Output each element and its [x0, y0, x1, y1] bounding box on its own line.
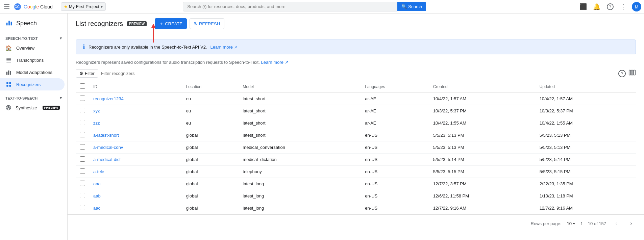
rows-per-page-label: Rows per page: [531, 221, 562, 226]
svg-rect-10 [10, 71, 11, 75]
recognizer-link-6[interactable]: a-tele [93, 169, 104, 174]
cell-created-0: 10/4/22, 1:57 AM [429, 93, 536, 105]
cell-updated-8: 1/10/23, 1:18 PM [536, 190, 636, 202]
cell-languages-0: ar-AE [361, 93, 429, 105]
cell-created-7: 12/7/22, 3:57 PM [429, 178, 536, 190]
cell-location-1: eu [182, 105, 239, 117]
topbar: GC Google Cloud ★ My First Project ▾ 🔍 S… [0, 0, 644, 14]
rows-per-page-value: 10 [567, 221, 572, 226]
avatar[interactable] [632, 2, 641, 11]
collapse-tts-icon: ▾ [60, 96, 62, 100]
table-help-icon[interactable]: ? [618, 70, 626, 77]
cell-location-8: global [182, 190, 239, 202]
sidebar-item-overview-label: Overview [16, 46, 34, 51]
svg-rect-13 [6, 85, 8, 87]
menu-button[interactable] [3, 3, 11, 11]
cell-updated-3: 5/5/23, 5:13 PM [536, 129, 636, 141]
svg-text:GC: GC [15, 5, 20, 9]
pagination: Rows per page: 10 ▾ 1 – 10 of 157 ‹ › [68, 214, 644, 232]
filter-icon: ⚙ [79, 71, 83, 76]
cell-languages-1: ar-AE [361, 105, 429, 117]
terminal-button[interactable]: ⬛ [578, 1, 589, 12]
filter-button[interactable]: ⚙ Filter [76, 69, 98, 78]
bar-chart-icon [5, 69, 12, 76]
col-languages: Languages [361, 81, 429, 93]
help-button[interactable]: ? [605, 1, 616, 12]
row-checkbox-8[interactable] [80, 193, 85, 198]
cell-id-8: aab [89, 190, 182, 202]
cell-updated-6: 5/5/23, 5:15 PM [536, 166, 636, 178]
recognizer-link-9[interactable]: aac [93, 206, 100, 211]
recognizer-link-1[interactable]: xyz [93, 108, 100, 113]
description: Recognizers represent saved configuratio… [68, 60, 644, 69]
svg-rect-3 [11, 22, 12, 25]
row-checkbox-0[interactable] [80, 96, 85, 101]
page-info: 1 – 10 of 157 [580, 221, 606, 226]
cell-model-0: latest_short [239, 93, 361, 105]
more-options-button[interactable]: ⋮ [618, 1, 629, 12]
recognizer-link-4[interactable]: a-medical-conv [93, 145, 123, 150]
create-button[interactable]: ＋ CREATE [155, 18, 187, 29]
columns-icon[interactable] [628, 69, 636, 78]
table-row: recognizer1234 eu latest_short ar-AE 10/… [76, 93, 636, 105]
bell-icon: 🔔 [593, 3, 600, 10]
row-checkbox-2[interactable] [80, 120, 85, 125]
recognizer-link-2[interactable]: zzz [93, 121, 100, 126]
recognizer-link-5[interactable]: a-medical-dict [93, 157, 121, 162]
row-checkbox-5[interactable] [80, 156, 85, 162]
select-all-checkbox[interactable] [80, 83, 85, 89]
rows-per-page-select[interactable]: 10 ▾ [567, 221, 575, 226]
sidebar-item-overview[interactable]: 🏠 Overview [0, 42, 65, 54]
cell-languages-7: en-US [361, 178, 429, 190]
sidebar-item-synthesize[interactable]: Synthesize PREVIEW [0, 102, 65, 114]
recognizer-link-0[interactable]: recognizer1234 [93, 96, 124, 101]
cell-updated-0: 10/4/22, 1:57 AM [536, 93, 636, 105]
rows-dropdown-icon: ▾ [573, 221, 575, 226]
desc-learn-more-link[interactable]: Learn more ↗ [261, 60, 288, 65]
row-checkbox-9[interactable] [80, 205, 85, 210]
row-checkbox-3[interactable] [80, 132, 85, 137]
project-selector[interactable]: ★ My First Project ▾ [61, 2, 106, 11]
sidebar-item-recognizers[interactable]: Recognizers [0, 78, 65, 90]
info-banner: ℹ Recognizers are only available in the … [76, 39, 636, 54]
recognizer-link-7[interactable]: aaa [93, 181, 101, 186]
info-icon: ℹ [83, 43, 85, 51]
svg-rect-8 [6, 72, 8, 75]
svg-rect-1 [6, 23, 8, 25]
search-button[interactable]: 🔍 Search [397, 2, 426, 11]
refresh-button[interactable]: ↻ REFRESH [190, 18, 224, 29]
text-to-speech-label[interactable]: Text-to-Speech ▾ [0, 93, 67, 102]
row-checkbox-6[interactable] [80, 168, 85, 174]
row-checkbox-7[interactable] [80, 181, 85, 186]
cell-created-8: 12/6/22, 11:58 PM [429, 190, 536, 202]
row-checkbox-1[interactable] [80, 108, 85, 113]
info-learn-more-link[interactable]: Learn more ↗ [210, 45, 237, 50]
cell-languages-6: en-US [361, 166, 429, 178]
search-input[interactable] [183, 2, 397, 11]
svg-rect-22 [634, 70, 636, 75]
grid-icon [5, 81, 12, 88]
info-text: Recognizers are only available in the Sp… [89, 45, 207, 50]
cell-languages-4: en-US [361, 141, 429, 154]
svg-rect-4 [6, 58, 11, 59]
sidebar-header: Speech [0, 14, 67, 32]
next-page-button[interactable]: › [626, 219, 636, 228]
recognizer-link-3[interactable]: a-latest-short [93, 133, 119, 138]
sidebar-item-recognizers-label: Recognizers [16, 82, 41, 87]
main-header: List recognizers PREVIEW ＋ CREATE ↻ REFR… [68, 14, 644, 34]
prev-page-button[interactable]: ‹ [612, 219, 621, 228]
cell-id-5: a-medical-dict [89, 154, 182, 166]
recognizer-link-8[interactable]: aab [93, 193, 101, 198]
cell-id-3: a-latest-short [89, 129, 182, 141]
recognizers-table: ID Location Model Languages Created Upda… [76, 81, 636, 214]
notifications-button[interactable]: 🔔 [591, 1, 602, 12]
cell-id-0: recognizer1234 [89, 93, 182, 105]
sidebar-item-transcriptions[interactable]: Transcriptions [0, 54, 65, 66]
main-preview-badge: PREVIEW [127, 21, 147, 26]
speech-to-text-label[interactable]: Speech-to-Text ▾ [0, 33, 67, 42]
filter-input[interactable] [101, 71, 616, 76]
sidebar-item-model-adaptations[interactable]: Model Adaptations [0, 66, 65, 78]
cell-model-8: latest_long [239, 190, 361, 202]
row-checkbox-4[interactable] [80, 144, 85, 150]
svg-rect-9 [8, 71, 9, 75]
